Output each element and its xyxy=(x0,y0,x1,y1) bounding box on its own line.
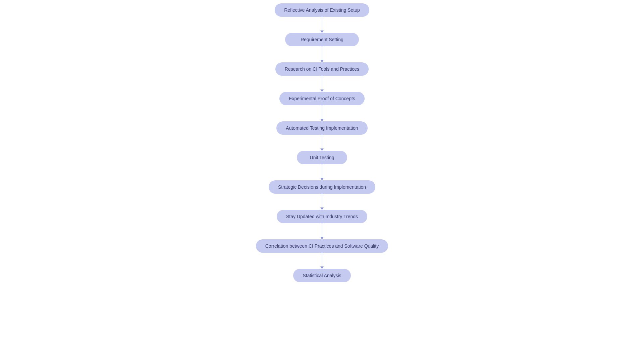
node-8: Stay Updated with Industry Trends xyxy=(277,210,367,223)
node-7: Strategic Decisions during Implementatio… xyxy=(269,180,375,194)
node-6: Unit Testing xyxy=(297,151,347,164)
node-2: Requirement Setting xyxy=(285,33,359,46)
node-9: Correlation between CI Practices and Sof… xyxy=(256,239,388,253)
node-3: Research on CI Tools and Practices xyxy=(275,62,369,76)
flowchart: Reflective Analysis of Existing SetupReq… xyxy=(256,0,388,282)
connector-8 xyxy=(322,223,322,239)
node-5: Automated Testing Implementation xyxy=(276,121,367,135)
connector-9 xyxy=(322,253,322,269)
connector-4 xyxy=(322,105,322,121)
connector-2 xyxy=(322,46,322,62)
connector-6 xyxy=(322,164,322,180)
node-1: Reflective Analysis of Existing Setup xyxy=(275,3,369,17)
connector-7 xyxy=(322,194,322,210)
node-10: Statistical Analysis xyxy=(293,269,351,282)
connector-5 xyxy=(322,135,322,151)
connector-3 xyxy=(322,76,322,92)
node-4: Experimental Proof of Concepts xyxy=(279,92,365,105)
connector-1 xyxy=(322,17,322,33)
